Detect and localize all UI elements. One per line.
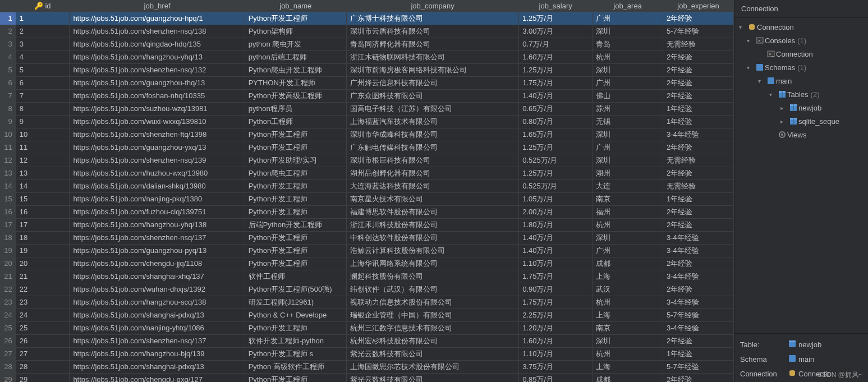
cell-exp[interactable]: 2年经验 (663, 373, 734, 382)
header-salary[interactable]: job_salary (519, 0, 593, 12)
cell-exp[interactable]: 2年经验 (663, 76, 734, 89)
cell-area[interactable]: 南京 (593, 321, 663, 334)
chevron-icon[interactable]: ▾ (769, 91, 777, 98)
cell-salary[interactable]: 1.40万/月 (519, 231, 593, 244)
cell-company[interactable]: 国高电子科技（江苏）有限公司 (346, 102, 518, 115)
row-number[interactable]: 29 (0, 373, 16, 382)
table-row[interactable]: 66https://jobs.51job.com/guangzhou-thq/1… (0, 76, 734, 89)
table-row[interactable]: 2424https://jobs.51job.com/shanghai-pdxq… (0, 309, 734, 321)
cell-name[interactable]: PYTHON开发工程师 (245, 76, 346, 89)
table-row[interactable]: 1212https://jobs.51job.com/shenzhen-nsq/… (0, 154, 734, 167)
row-number[interactable]: 17 (0, 218, 16, 231)
table-row[interactable]: 1414https://jobs.51job.com/dalian-shkq/1… (0, 180, 734, 192)
cell-id[interactable]: 9 (16, 115, 70, 128)
table-row[interactable]: 2222https://jobs.51job.com/wuhan-dhxjs/1… (0, 283, 734, 296)
cell-salary[interactable]: 1.60万/月 (519, 50, 593, 63)
tree-item-connection[interactable]: ▾Connection (734, 20, 868, 34)
table-row[interactable]: 2121https://jobs.51job.com/shanghai-xhq/… (0, 270, 734, 283)
table-row[interactable]: 2828https://jobs.51job.com/shanghai-pdxq… (0, 360, 734, 373)
cell-area[interactable]: 深圳 (593, 154, 663, 167)
cell-exp[interactable]: 3-4年经验 (663, 296, 734, 309)
cell-area[interactable]: 深圳 (593, 63, 663, 76)
cell-id[interactable]: 10 (16, 128, 70, 141)
cell-id[interactable]: 24 (16, 309, 70, 321)
cell-exp[interactable]: 3-4年经验 (663, 270, 734, 283)
cell-id[interactable]: 26 (16, 334, 70, 347)
table-row[interactable]: 44https://jobs.51job.com/hangzhou-yhq/13… (0, 50, 734, 63)
cell-salary[interactable]: 1.75万/月 (519, 270, 593, 283)
cell-name[interactable]: Python开发工程师 (245, 141, 346, 154)
cell-company[interactable]: 瑞银企业管理（中国）有限公司 (346, 309, 518, 321)
cell-id[interactable]: 4 (16, 50, 70, 63)
cell-exp[interactable]: 2年经验 (663, 141, 734, 154)
cell-area[interactable]: 湖州 (593, 167, 663, 180)
cell-name[interactable]: python程序员 (245, 102, 346, 115)
cell-company[interactable]: 浙江木链物联网科技有限公司 (346, 50, 518, 63)
header-area[interactable]: job_area (593, 0, 663, 12)
tree-item-schemas[interactable]: ▾Schemas(1) (734, 61, 868, 74)
cell-company[interactable]: 浙江禾川科技股份有限公司 (346, 218, 518, 231)
row-number[interactable]: 10 (0, 128, 16, 141)
cell-area[interactable]: 大连 (593, 180, 663, 192)
table-row[interactable]: 2727https://jobs.51job.com/hangzhou-bjq/… (0, 347, 734, 360)
cell-exp[interactable]: 3-4年经验 (663, 231, 734, 244)
cell-salary[interactable]: 1.60万/月 (519, 334, 593, 347)
cell-id[interactable]: 3 (16, 38, 70, 50)
cell-area[interactable]: 成都 (593, 257, 663, 270)
cell-href[interactable]: https://jobs.51job.com/shenzhen-nsq/139 (70, 154, 245, 167)
table-row[interactable]: 11https://jobs.51job.com/guangzhou-hpq/1… (0, 12, 734, 25)
cell-salary[interactable]: 1.65万/月 (519, 128, 593, 141)
cell-name[interactable]: Python架构师 (245, 25, 346, 38)
table-scroll[interactable]: 🔑id job_href job_name job_company job_sa… (0, 0, 734, 382)
cell-id[interactable]: 2 (16, 25, 70, 38)
table-row[interactable]: 1818https://jobs.51job.com/shenzhen-nsq/… (0, 231, 734, 244)
cell-exp[interactable]: 5-7年经验 (663, 360, 734, 373)
cell-area[interactable]: 杭州 (593, 347, 663, 360)
cell-area[interactable]: 武汉 (593, 283, 663, 296)
table-row[interactable]: 1010https://jobs.51job.com/shenzhen-ftq/… (0, 128, 734, 141)
cell-name[interactable]: Python开发工程师 s (245, 347, 346, 360)
cell-id[interactable]: 7 (16, 89, 70, 102)
table-row[interactable]: 2020https://jobs.51job.com/chengdu-jjq/1… (0, 257, 734, 270)
row-number[interactable]: 15 (0, 192, 16, 205)
cell-name[interactable]: 软件工程师 (245, 270, 346, 283)
cell-salary[interactable]: 1.10万/月 (519, 347, 593, 360)
table-row[interactable]: 1616https://jobs.51job.com/fuzhou-clq/13… (0, 205, 734, 218)
cell-href[interactable]: https://jobs.51job.com/guangzhou-hpq/1 (70, 12, 245, 25)
cell-area[interactable]: 青岛 (593, 38, 663, 50)
row-number[interactable]: 7 (0, 89, 16, 102)
cell-href[interactable]: https://jobs.51job.com/shanghai-xhq/137 (70, 270, 245, 283)
cell-salary[interactable]: 1.05万/月 (519, 192, 593, 205)
header-rownum[interactable] (0, 0, 16, 12)
cell-area[interactable]: 广州 (593, 244, 663, 257)
cell-area[interactable]: 上海 (593, 270, 663, 283)
cell-salary[interactable]: 1.25万/月 (519, 12, 593, 25)
cell-id[interactable]: 15 (16, 192, 70, 205)
table-row[interactable]: 1717https://jobs.51job.com/hangzhou-yhq/… (0, 218, 734, 231)
cell-area[interactable]: 杭州 (593, 296, 663, 309)
row-number[interactable]: 13 (0, 167, 16, 180)
tree-item-views[interactable]: Views (734, 128, 868, 141)
cell-area[interactable]: 深圳 (593, 334, 663, 347)
row-number[interactable]: 21 (0, 270, 16, 283)
cell-salary[interactable]: 1.20万/月 (519, 321, 593, 334)
cell-id[interactable]: 17 (16, 218, 70, 231)
cell-href[interactable]: https://jobs.51job.com/suzhou-wzq/13981 (70, 102, 245, 115)
cell-salary[interactable]: 0.525万/月 (519, 154, 593, 167)
cell-name[interactable]: Python开发工程师 (245, 373, 346, 382)
cell-href[interactable]: https://jobs.51job.com/wuxi-wxxq/139810 (70, 115, 245, 128)
header-id[interactable]: 🔑id (16, 0, 70, 12)
chevron-icon[interactable]: ▸ (780, 118, 788, 125)
cell-salary[interactable]: 0.85万/月 (519, 373, 593, 382)
row-number[interactable]: 24 (0, 309, 16, 321)
cell-href[interactable]: https://jobs.51job.com/hangzhou-yhq/138 (70, 218, 245, 231)
cell-company[interactable]: 澜起科技股份有限公司 (346, 270, 518, 283)
cell-href[interactable]: https://jobs.51job.com/chengdu-jjq/1108 (70, 257, 245, 270)
row-number[interactable]: 8 (0, 102, 16, 115)
cell-id[interactable]: 18 (16, 231, 70, 244)
table-row[interactable]: 1515https://jobs.51job.com/nanjing-pkq/1… (0, 192, 734, 205)
cell-exp[interactable]: 无需经验 (663, 180, 734, 192)
cell-id[interactable]: 11 (16, 141, 70, 154)
cell-id[interactable]: 27 (16, 347, 70, 360)
cell-exp[interactable]: 2年经验 (663, 257, 734, 270)
